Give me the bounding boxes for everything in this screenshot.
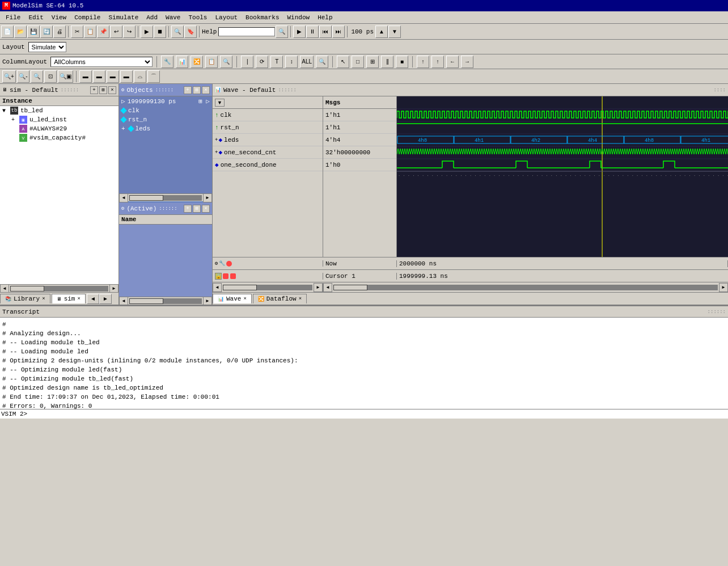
tb-stop[interactable]: ⏹ xyxy=(154,26,166,38)
wave-scroll-right2[interactable]: ► xyxy=(719,283,728,292)
tb-wave-shape4[interactable]: ▬ xyxy=(120,70,133,83)
tab-scroll-right[interactable]: ► xyxy=(99,294,112,304)
objects-hscroll[interactable]: ◄ ► xyxy=(119,193,212,201)
wave-display[interactable]: 4h8 4h1 4h2 4h4 4h8 xyxy=(397,96,728,257)
menu-add[interactable]: Add xyxy=(143,13,161,22)
objects-float[interactable]: ⊞ xyxy=(193,86,201,94)
tb-wave-shape2[interactable]: ▬ xyxy=(93,70,105,83)
obj-rstn[interactable]: rst_n xyxy=(119,115,212,124)
menu-edit[interactable]: Edit xyxy=(25,13,46,22)
signal-row-osc[interactable]: + ◆ one_second_cnt xyxy=(213,146,323,159)
menu-bookmarks[interactable]: Bookmarks xyxy=(242,13,282,22)
tb-zoom2[interactable]: ↑ xyxy=(431,56,444,68)
tab-wave[interactable]: 📊 Wave × xyxy=(213,294,252,303)
tb-paste[interactable]: 📌 xyxy=(97,26,109,38)
tb-cursor2[interactable]: □ xyxy=(352,56,364,68)
tb-zoom-full[interactable]: 🔍 xyxy=(31,70,43,83)
tb-cursor3[interactable]: ⊞ xyxy=(366,56,379,68)
obj-leds[interactable]: + leds xyxy=(119,124,212,133)
tb-sim2[interactable]: ⏸ xyxy=(306,26,319,38)
tb-wave-shape5[interactable]: ⌓ xyxy=(134,70,146,83)
tb-wave-shape3[interactable]: ▬ xyxy=(107,70,119,83)
tree-item-vsim[interactable]: V #vsim_capacity# xyxy=(0,133,118,142)
wave-scroll-left2[interactable]: ◄ xyxy=(323,283,332,292)
tb-sim1[interactable]: ▶ xyxy=(293,26,306,38)
tb-zoom3[interactable]: ← xyxy=(446,56,459,68)
tb-zoom-fit[interactable]: ⊡ xyxy=(44,70,57,83)
tb-wave-shape1[interactable]: ▬ xyxy=(79,70,92,83)
leds-expand-icon[interactable]: + xyxy=(215,137,218,143)
tb-zoom1[interactable]: ↑ xyxy=(417,56,429,68)
tab-library[interactable]: 📚 Library × xyxy=(0,294,50,303)
signal-row-rstn[interactable]: ↑ rst_n xyxy=(213,121,323,134)
signal-dropdown-btn[interactable]: ▼ xyxy=(215,99,225,107)
tab-library-close[interactable]: × xyxy=(42,296,45,302)
tb-wave-shape6[interactable]: ⌒ xyxy=(147,70,160,83)
menu-help[interactable]: Help xyxy=(314,13,336,22)
tb-cursor1[interactable]: ↖ xyxy=(337,56,349,68)
objects-close[interactable]: × xyxy=(202,86,210,94)
layout-select[interactable]: Simulate xyxy=(28,42,66,52)
active-hscroll-right[interactable]: ► xyxy=(203,297,212,306)
tb-wave3[interactable]: T xyxy=(270,56,283,68)
panel-float-btn[interactable]: ⊞ xyxy=(99,86,107,94)
active-hscroll[interactable]: ◄ ► xyxy=(119,297,212,305)
tree-item-always[interactable]: A #ALWAYS#29 xyxy=(0,124,118,133)
tb-col5[interactable]: 🔍 xyxy=(220,56,232,68)
tb-undo[interactable]: ↩ xyxy=(110,26,122,38)
wave-scroll-left[interactable]: ◄ xyxy=(213,283,222,292)
tb-col1[interactable]: 🔧 xyxy=(161,56,173,68)
tb-refresh[interactable]: 🔄 xyxy=(40,26,53,38)
tb-zoom-up[interactable]: ▲ xyxy=(375,26,388,38)
wave-hscroll[interactable]: ◄ ► ◄ ► xyxy=(213,282,728,292)
active-close[interactable]: × xyxy=(202,205,210,213)
tb-sim3[interactable]: ⏮ xyxy=(319,26,332,38)
menu-file[interactable]: File xyxy=(2,13,24,22)
tb-zoom-out[interactable]: 🔍- xyxy=(17,70,29,83)
wave-scroll-right[interactable]: ► xyxy=(314,283,323,292)
panel-pin-btn[interactable]: + xyxy=(90,86,98,94)
tb-zoom-in[interactable]: 🔍+ xyxy=(2,70,16,83)
tb-open[interactable]: 📂 xyxy=(14,26,27,38)
tb-wave4[interactable]: ↕ xyxy=(285,56,298,68)
tab-scroll-left[interactable]: ◄ xyxy=(87,294,99,304)
tb-run[interactable]: ▶ xyxy=(141,26,153,38)
obj-hscroll-right[interactable]: ► xyxy=(203,193,212,202)
transcript-content[interactable]: # # Analyzing design... # -- Loading mod… xyxy=(0,318,728,409)
signal-row-osd[interactable]: ◆ one_second_done xyxy=(213,159,323,171)
instance-hscroll[interactable]: ◄ ► xyxy=(0,284,118,292)
tab-dataflow[interactable]: 🔀 Dataflow × xyxy=(253,294,307,303)
signal-row-leds[interactable]: + ◆ leds xyxy=(213,134,323,146)
tb-zoom4[interactable]: → xyxy=(461,56,473,68)
tb-wave2[interactable]: ⟳ xyxy=(256,56,268,68)
active-float[interactable]: ⊞ xyxy=(193,205,201,213)
tab-sim-close[interactable]: × xyxy=(77,296,80,302)
menu-layout[interactable]: Layout xyxy=(211,13,241,22)
obj-hscroll-left[interactable]: ◄ xyxy=(119,193,128,202)
obj-clk[interactable]: clk xyxy=(119,106,212,115)
panel-close-btn[interactable]: × xyxy=(108,86,116,94)
help-input[interactable] xyxy=(218,27,275,36)
tab-sim[interactable]: 🖥 sim × xyxy=(52,294,86,303)
menu-wave[interactable]: Wave xyxy=(162,13,184,22)
dataflow-tab-close[interactable]: × xyxy=(299,296,302,302)
tb-help-go[interactable]: 🔍 xyxy=(276,26,288,38)
wave-tab-close[interactable]: × xyxy=(243,296,246,302)
tb-find[interactable]: 🔍 xyxy=(171,26,184,38)
tb-zoom-down[interactable]: ▼ xyxy=(388,26,401,38)
active-pin[interactable]: + xyxy=(184,205,192,213)
transcript-input-field[interactable] xyxy=(29,411,727,417)
tree-item-tb-led[interactable]: ▼ tb tb_led xyxy=(0,106,118,115)
tb-wave6[interactable]: 🔍 xyxy=(316,56,328,68)
menu-compile[interactable]: Compile xyxy=(71,13,104,22)
tree-item-u-led[interactable]: + ▣ u_led_inst xyxy=(0,115,118,124)
col-layout-select[interactable]: AllColumns xyxy=(50,57,153,67)
tb-save[interactable]: 💾 xyxy=(27,26,40,38)
tb-zoom-sel[interactable]: 🔍▣ xyxy=(58,70,73,83)
tb-col4[interactable]: 📋 xyxy=(205,56,218,68)
tb-bookmark[interactable]: 🔖 xyxy=(184,26,197,38)
objects-pin[interactable]: + xyxy=(184,86,192,94)
tb-col3[interactable]: 🔀 xyxy=(191,56,203,68)
menu-tools[interactable]: Tools xyxy=(185,13,210,22)
tb-col2[interactable]: 📊 xyxy=(176,56,188,68)
